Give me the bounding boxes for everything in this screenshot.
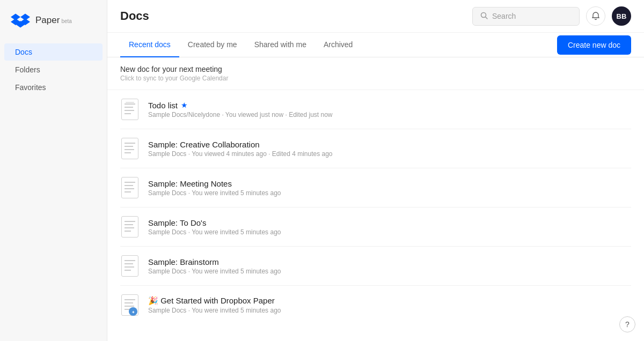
doc-icon-meeting	[120, 176, 140, 199]
svg-rect-18	[122, 177, 138, 198]
search-bar[interactable]: Search	[472, 7, 580, 26]
doc-name-getstarted: 🎉 Get Started with Dropbox Paper	[148, 296, 631, 306]
doc-item-meeting[interactable]: Sample: Meeting Notes Sample Docs · You …	[120, 168, 631, 207]
doc-info-brainstorm: Sample: Brainstorm Sample Docs · You wer…	[148, 257, 631, 275]
doc-meta-meeting: Sample Docs · You were invited 5 minutes…	[148, 189, 631, 197]
doc-meta-brainstorm: Sample Docs · You were invited 5 minutes…	[148, 268, 631, 275]
doc-info-meeting: Sample: Meeting Notes Sample Docs · You …	[148, 179, 631, 197]
doc-icon-todo	[120, 98, 140, 121]
sidebar-nav: Docs Folders Favorites	[0, 39, 107, 101]
doc-item-todo[interactable]: Todo list ★ Sample Docs/Nicelydone · You…	[120, 90, 631, 129]
create-new-doc-button[interactable]: Create new doc	[557, 35, 631, 55]
doc-info-todo: Todo list ★ Sample Docs/Nicelydone · You…	[148, 101, 631, 118]
doc-name-meeting: Sample: Meeting Notes	[148, 179, 631, 188]
notification-button[interactable]	[586, 6, 605, 26]
doc-meta-todos: Sample Docs · You were invited 5 minutes…	[148, 228, 631, 236]
new-doc-banner-title: New doc for your next meeting	[120, 65, 631, 73]
doc-meta-getstarted: Sample Docs · You were invited 5 minutes…	[148, 307, 631, 314]
new-doc-banner-subtitle: Click to sync to your Google Calendar	[120, 75, 631, 82]
doc-name-creative: Sample: Creative Collaboration	[148, 140, 631, 149]
brand-name: Paper	[35, 15, 60, 26]
doc-info-todos: Sample: To Do's Sample Docs · You were i…	[148, 218, 631, 236]
sidebar-brand: Paper beta	[35, 15, 72, 26]
help-button[interactable]: ?	[619, 316, 635, 332]
doc-meta-creative: Sample Docs · You viewed 4 minutes ago ·…	[148, 150, 631, 158]
sidebar-logo-area: Paper beta	[0, 0, 107, 39]
doc-item-creative[interactable]: Sample: Creative Collaboration Sample Do…	[120, 129, 631, 168]
svg-rect-23	[122, 217, 138, 238]
svg-rect-12	[126, 102, 134, 103]
page-title: Docs	[120, 9, 466, 23]
doc-icon-brainstorm	[120, 254, 140, 278]
tab-shared-with-me[interactable]: Shared with me	[246, 33, 315, 57]
svg-rect-13	[122, 138, 138, 159]
doc-icon-getstarted: ✦	[120, 293, 140, 317]
sidebar-item-docs[interactable]: Docs	[4, 43, 103, 61]
search-placeholder: Search	[492, 12, 516, 20]
svg-rect-28	[122, 256, 138, 277]
sidebar-item-favorites[interactable]: Favorites	[4, 79, 103, 96]
doc-item-getstarted[interactable]: ✦ 🎉 Get Started with Dropbox Paper Sampl…	[120, 286, 631, 324]
doc-icon-creative	[120, 137, 140, 160]
doc-name-todo: Todo list ★	[148, 101, 631, 110]
doc-item-brainstorm[interactable]: Sample: Brainstorm Sample Docs · You wer…	[120, 247, 631, 286]
doc-item-todos[interactable]: Sample: To Do's Sample Docs · You were i…	[120, 207, 631, 247]
tab-recent-docs[interactable]: Recent docs	[120, 33, 179, 57]
header: Docs Search BB	[107, 0, 644, 33]
svg-line-6	[486, 17, 488, 19]
doc-info-creative: Sample: Creative Collaboration Sample Do…	[148, 140, 631, 158]
sidebar-item-folders[interactable]: Folders	[4, 61, 103, 78]
doc-name-todos: Sample: To Do's	[148, 218, 631, 227]
docs-content: New doc for your next meeting Click to s…	[107, 57, 644, 341]
beta-label: beta	[61, 18, 71, 24]
doc-list: Todo list ★ Sample Docs/Nicelydone · You…	[107, 90, 644, 324]
dropbox-logo-icon	[11, 11, 30, 30]
sidebar: Paper beta Docs Folders Favorites	[0, 0, 107, 341]
svg-text:✦: ✦	[131, 310, 135, 315]
main-content: Docs Search BB Recent docs Created by me	[107, 0, 644, 341]
doc-name-brainstorm: Sample: Brainstorm	[148, 257, 631, 266]
user-avatar[interactable]: BB	[612, 6, 631, 26]
tab-archived[interactable]: Archived	[315, 33, 361, 57]
search-icon	[480, 12, 488, 21]
doc-meta-todo: Sample Docs/Nicelydone · You viewed just…	[148, 111, 631, 118]
tab-created-by-me[interactable]: Created by me	[179, 33, 246, 57]
new-doc-banner[interactable]: New doc for your next meeting Click to s…	[107, 57, 644, 90]
doc-info-getstarted: 🎉 Get Started with Dropbox Paper Sample …	[148, 296, 631, 314]
doc-icon-todos	[120, 215, 140, 239]
star-icon-todo: ★	[181, 101, 188, 109]
tabs-bar: Recent docs Created by me Shared with me…	[107, 33, 644, 57]
